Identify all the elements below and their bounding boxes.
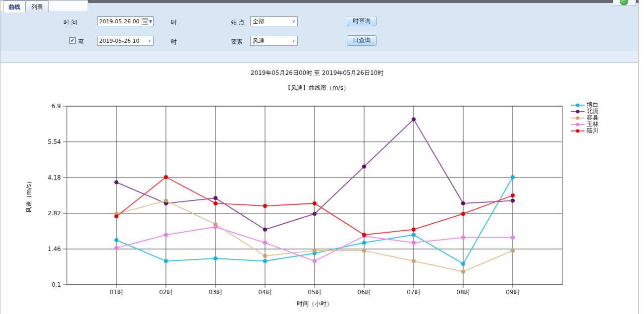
svg-text:5.54: 5.54 [48, 138, 61, 145]
legend-label: 陆川 [587, 127, 598, 134]
svg-text:04时: 04时 [258, 289, 271, 296]
svg-text:03时: 03时 [209, 289, 222, 296]
svg-text:0.1: 0.1 [52, 281, 61, 288]
svg-text:2.82: 2.82 [48, 210, 61, 217]
legend-item-4[interactable]: 陆川 [571, 127, 598, 134]
legend-marker-icon [571, 128, 585, 133]
svg-text:07时: 07时 [407, 289, 420, 296]
legend-marker-icon [571, 122, 585, 127]
legend-marker-icon [571, 109, 585, 114]
svg-text:01时: 01时 [109, 289, 123, 296]
svg-text:02时: 02时 [159, 289, 172, 296]
svg-text:05时: 05时 [308, 289, 321, 296]
svg-text:09时: 09时 [506, 289, 519, 296]
svg-text:风速（m/s）: 风速（m/s） [25, 178, 32, 213]
svg-text:06时: 06时 [357, 289, 371, 296]
chart-legend: 博白北流容县玉林陆川 [571, 102, 598, 134]
legend-marker-icon [571, 116, 585, 121]
wind-speed-line-chart: 01时02时03时04时05时06时07时08时09时6.95.544.182.… [0, 0, 644, 314]
svg-text:08时: 08时 [456, 289, 470, 296]
svg-text:6.9: 6.9 [52, 103, 61, 110]
svg-text:时间（小时）: 时间（小时） [297, 300, 332, 307]
legend-marker-icon [571, 103, 585, 108]
svg-text:4.18: 4.18 [48, 174, 61, 181]
svg-text:1.46: 1.46 [48, 246, 61, 252]
